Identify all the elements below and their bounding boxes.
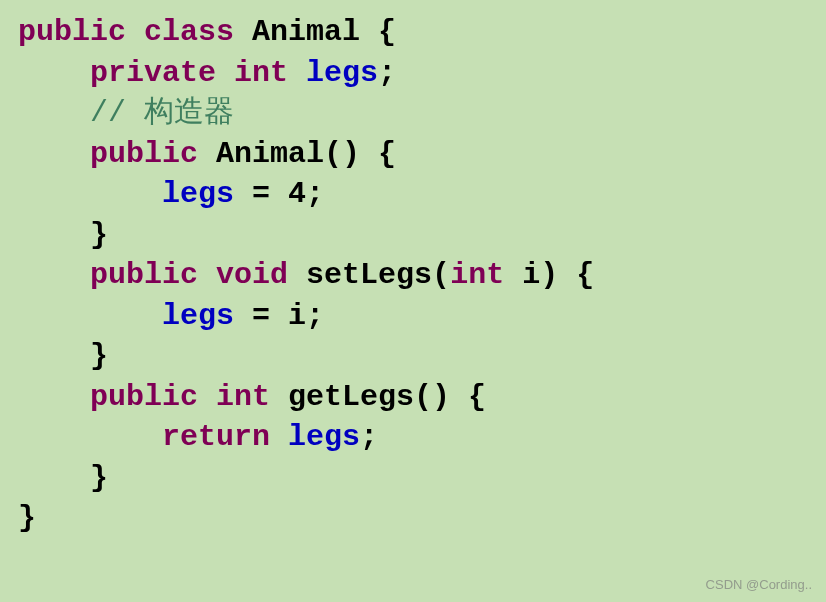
semicolon: ;	[306, 177, 324, 211]
keyword-class: class	[144, 15, 234, 49]
method-setlegs: setLegs	[306, 258, 432, 292]
paren-open: (	[432, 258, 450, 292]
semicolon: ;	[360, 420, 378, 454]
watermark: CSDN @Cording..	[706, 576, 812, 594]
keyword-private: private	[90, 56, 216, 90]
code-line-5: legs = 4;	[18, 174, 808, 215]
keyword-void: void	[216, 258, 288, 292]
code-line-7: public void setLegs(int i) {	[18, 255, 808, 296]
number-literal: 4	[288, 177, 306, 211]
brace-close: }	[18, 501, 36, 535]
code-line-11: return legs;	[18, 417, 808, 458]
code-line-9: }	[18, 336, 808, 377]
var-legs: legs	[162, 299, 234, 333]
type-int: int	[450, 258, 504, 292]
comment: // 构造器	[90, 96, 234, 130]
semicolon: ;	[306, 299, 324, 333]
keyword-public: public	[90, 258, 198, 292]
code-line-1: public class Animal {	[18, 12, 808, 53]
method-getlegs: getLegs	[288, 380, 414, 414]
class-name: Animal	[252, 15, 360, 49]
brace-open: {	[360, 15, 396, 49]
brace-close: }	[90, 461, 108, 495]
var-legs: legs	[288, 420, 360, 454]
equals: =	[234, 299, 288, 333]
keyword-public: public	[18, 15, 126, 49]
field-legs: legs	[306, 56, 378, 90]
semicolon: ;	[378, 56, 396, 90]
code-block: public class Animal { private int legs; …	[18, 12, 808, 539]
code-line-2: private int legs;	[18, 53, 808, 94]
brace-close: }	[90, 339, 108, 373]
paren-brace: () {	[414, 380, 486, 414]
param-i: i	[504, 258, 540, 292]
code-line-12: }	[18, 458, 808, 499]
code-line-6: }	[18, 215, 808, 256]
code-line-13: }	[18, 498, 808, 539]
keyword-return: return	[162, 420, 270, 454]
keyword-public: public	[90, 380, 198, 414]
code-line-10: public int getLegs() {	[18, 377, 808, 418]
var-i: i	[288, 299, 306, 333]
code-line-4: public Animal() {	[18, 134, 808, 175]
keyword-public: public	[90, 137, 198, 171]
paren-brace: () {	[324, 137, 396, 171]
type-int: int	[216, 380, 270, 414]
constructor-name: Animal	[216, 137, 324, 171]
type-int: int	[234, 56, 288, 90]
code-line-8: legs = i;	[18, 296, 808, 337]
brace-close: }	[90, 218, 108, 252]
equals: =	[234, 177, 288, 211]
paren-close-brace: ) {	[540, 258, 594, 292]
code-line-3: // 构造器	[18, 93, 808, 134]
var-legs: legs	[162, 177, 234, 211]
